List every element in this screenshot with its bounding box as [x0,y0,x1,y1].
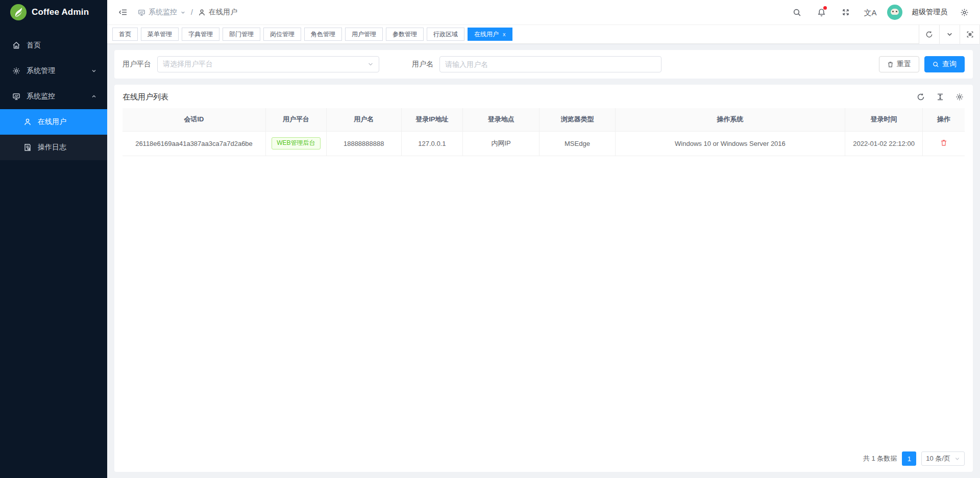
tab-list: 首页 菜单管理 字典管理 部门管理 岗位管理 角色管理 用户管理 参数管理 行政… [112,28,919,41]
navbar-right: 文A 超级管理员 [789,5,972,20]
col-login-location: 登录地点 [463,108,540,131]
collapse-sidebar-button[interactable] [115,5,131,20]
search-button-label: 查询 [942,60,957,69]
notification-dot [823,6,827,10]
sidebar-item-label: 系统监控 [27,92,85,101]
cell-browser: MSEdge [540,131,616,156]
tab-label: 首页 [119,30,131,39]
cell-platform: WEB管理后台 [266,131,327,156]
chevron-down-icon [180,10,186,15]
avatar[interactable] [887,5,902,20]
panel-title: 在线用户列表 [122,92,168,102]
platform-label: 用户平台 [122,60,151,69]
sidebar-item-label: 操作日志 [38,143,97,152]
breadcrumb-current-label: 在线用户 [209,8,237,17]
user-name[interactable]: 超级管理员 [912,8,947,17]
col-session-id: 会话ID [122,108,266,131]
fullscreen-button[interactable] [838,5,853,20]
tab-label: 菜单管理 [148,30,172,39]
app-title: Coffee Admin [32,7,89,17]
chevron-down-icon [91,68,97,74]
breadcrumb-parent[interactable]: 系统监控 [138,8,186,17]
filter-username: 用户名 [412,56,662,72]
monitor-icon [12,92,20,100]
tab-admin-region[interactable]: 行政区域 [427,28,464,41]
navbar-left: 系统监控 / 在线用户 [115,5,237,20]
maximize-content-button[interactable] [960,25,980,44]
username-input[interactable] [439,56,662,72]
cell-os: Windows 10 or Windows Server 2016 [615,131,845,156]
sidebar-item-label: 系统管理 [27,66,85,76]
tab-role-management[interactable]: 角色管理 [304,28,342,41]
filter-actions: 重置 查询 [879,56,965,72]
sidebar-item-label: 在线用户 [38,117,97,127]
platform-select-placeholder: 请选择用户平台 [163,60,368,69]
trash-icon [940,139,947,146]
refresh-tab-button[interactable] [919,25,939,44]
sidebar-menu: 首页 系统管理 系统监控 在线用户 操作日志 [0,33,107,160]
tab-online-users[interactable]: 在线用户 x [468,28,512,41]
tab-label: 部门管理 [229,30,254,39]
cell-actions [922,131,965,156]
tab-options-button[interactable] [939,25,960,44]
tab-dept-management[interactable]: 部门管理 [223,28,260,41]
column-settings-button[interactable] [954,92,965,102]
search-button[interactable]: 查询 [924,56,965,72]
sidebar-item-system-monitor[interactable]: 系统监控 [0,84,107,109]
cell-session-id: 26118e6169aa41a387aa3ca7a7d2a6be [122,131,266,156]
gear-icon [960,8,969,17]
tab-label: 在线用户 [474,30,499,39]
page-size-select[interactable]: 10 条/页 [921,451,965,466]
sidebar-item-online-users[interactable]: 在线用户 [0,109,107,135]
tab-home[interactable]: 首页 [112,28,138,41]
reset-button-label: 重置 [897,60,911,69]
delete-session-button[interactable] [940,139,947,146]
tab-param-management[interactable]: 参数管理 [386,28,424,41]
tab-menu-management[interactable]: 菜单管理 [141,28,179,41]
cell-login-ip: 127.0.0.1 [401,131,462,156]
tab-user-management[interactable]: 用户管理 [345,28,383,41]
panel-header: 在线用户列表 [122,92,965,102]
trash-icon [887,61,894,68]
chevron-up-icon [91,93,97,99]
tab-dict-management[interactable]: 字典管理 [182,28,219,41]
username-label: 用户名 [412,60,433,69]
sidebar-item-home[interactable]: 首页 [0,33,107,58]
tab-label: 行政区域 [433,30,458,39]
platform-select[interactable]: 请选择用户平台 [157,56,379,72]
tab-label: 角色管理 [311,30,335,39]
sidebar-item-system-management[interactable]: 系统管理 [0,58,107,84]
col-platform: 用户平台 [266,108,327,131]
app-logo[interactable]: Coffee Admin [0,0,107,24]
breadcrumb-parent-label: 系统监控 [149,8,177,17]
refresh-icon [917,93,925,101]
row-height-icon [936,93,944,101]
row-height-button[interactable] [935,92,945,102]
sidebar: Coffee Admin 首页 系统管理 系统监控 在线用户 操作日志 [0,0,107,478]
reset-button[interactable]: 重置 [879,56,919,72]
user-icon [198,9,206,16]
tab-label: 岗位管理 [270,30,295,39]
settings-button[interactable] [957,5,972,20]
header-search-button[interactable] [789,5,804,20]
close-icon[interactable]: x [503,31,506,37]
sidebar-submenu-system-monitor: 在线用户 操作日志 [0,109,107,160]
page-content: 用户平台 请选择用户平台 用户名 重置 查询 [107,44,980,478]
language-switch-button[interactable]: 文A [863,5,878,20]
tab-post-management[interactable]: 岗位管理 [263,28,301,41]
user-icon [23,118,32,126]
refresh-icon [925,31,933,38]
page-size-label: 10 条/页 [926,454,950,463]
breadcrumb-current: 在线用户 [198,8,237,17]
table-refresh-button[interactable] [916,92,926,102]
page-number-button[interactable]: 1 [902,451,916,466]
platform-tag: WEB管理后台 [272,137,320,149]
cell-login-location: 内网IP [463,131,540,156]
pagination: 共 1 条数据 1 10 条/页 [122,446,965,466]
maximize-icon [966,31,974,38]
menu-fold-icon [118,8,128,17]
sidebar-item-operation-logs[interactable]: 操作日志 [0,135,107,160]
notification-button[interactable] [814,5,829,20]
cell-username: 18888888888 [326,131,401,156]
monitor-icon [138,9,145,16]
